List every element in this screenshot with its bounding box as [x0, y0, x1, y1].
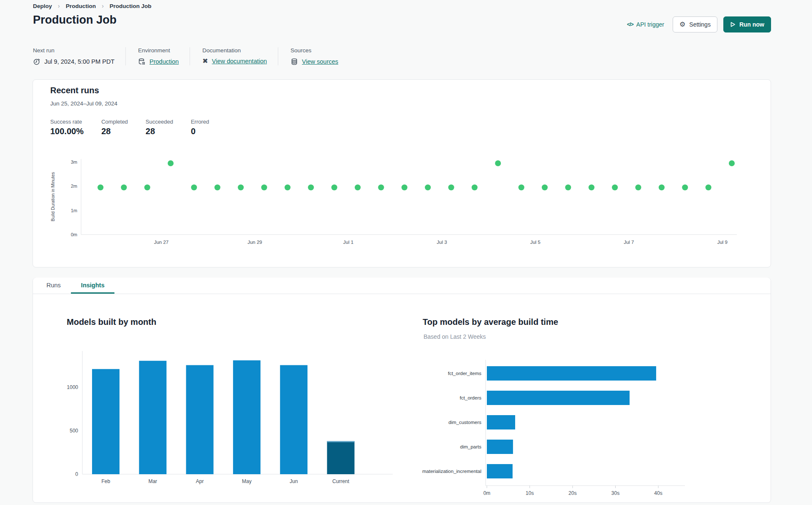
chevron-right-icon: ›	[102, 3, 104, 9]
svg-text:0m: 0m	[71, 232, 77, 237]
svg-text:materialization_incremental: materialization_incremental	[422, 469, 481, 474]
svg-text:Jun 29: Jun 29	[247, 240, 262, 245]
header-actions: </> API trigger ⚙ Settings Run now	[627, 16, 771, 33]
models-by-month-title: Models built by month	[67, 317, 156, 327]
environment-column: Environment Production	[138, 47, 190, 65]
next-run-label: Next run	[33, 47, 114, 54]
svg-text:500: 500	[70, 428, 78, 434]
job-info-row: Next run Jul 9, 2024, 5:00 PM PDT Enviro…	[33, 47, 361, 65]
svg-text:Feb: Feb	[101, 478, 110, 484]
svg-text:Jul 9: Jul 9	[717, 240, 728, 245]
svg-text:Jul 1: Jul 1	[343, 240, 353, 245]
production-job-page: Deploy › Production › Production Job Pro…	[0, 0, 812, 505]
top-models-hbar-chart: fct_order_itemsfct_ordersdim_customersdi…	[397, 354, 709, 500]
run-duration-scatter-chart: Build Duration in Minutes0m1m2m3mJun 27J…	[38, 154, 756, 249]
svg-text:fct_order_items: fct_order_items	[448, 371, 482, 376]
documentation-label: Documentation	[202, 47, 267, 54]
stat-succeeded: Succeeded 28	[146, 119, 173, 136]
breadcrumb-production-job: Production Job	[110, 3, 152, 9]
models-by-month-bar-chart: 05001000FebMarAprMayJunCurrent	[55, 346, 405, 489]
svg-text:fct_orders: fct_orders	[460, 395, 481, 400]
svg-text:Jun: Jun	[290, 478, 298, 484]
stat-completed: Completed 28	[101, 119, 128, 136]
environment-database-icon	[138, 58, 146, 65]
environment-link[interactable]: Production	[149, 58, 179, 65]
sources-database-icon	[291, 58, 298, 65]
svg-text:Current: Current	[332, 478, 350, 484]
svg-text:10s: 10s	[526, 490, 534, 496]
sources-label: Sources	[291, 47, 338, 54]
play-icon	[730, 22, 736, 27]
code-icon: </>	[627, 22, 633, 27]
svg-text:Jul 5: Jul 5	[530, 240, 540, 245]
svg-text:40s: 40s	[654, 490, 662, 496]
breadcrumb-production[interactable]: Production	[66, 3, 96, 9]
stat-success-rate: Success rate 100.00%	[50, 119, 84, 136]
svg-text:Jun 27: Jun 27	[154, 240, 169, 245]
dbt-logo-icon: ✖	[202, 58, 208, 65]
environment-label: Environment	[138, 47, 179, 54]
svg-text:Build Duration in Minutes: Build Duration in Minutes	[50, 172, 55, 221]
top-models-subtitle: Based on Last 2 Weeks	[424, 333, 486, 340]
svg-text:Jul 3: Jul 3	[437, 240, 447, 245]
next-run-column: Next run Jul 9, 2024, 5:00 PM PDT	[33, 47, 126, 65]
page-title: Production Job	[33, 14, 117, 27]
svg-text:May: May	[242, 478, 252, 484]
alarm-clock-icon	[33, 58, 41, 65]
svg-text:3m: 3m	[71, 159, 77, 165]
api-trigger-label: API trigger	[636, 21, 664, 28]
next-run-value: Jul 9, 2024, 5:00 PM PDT	[44, 58, 114, 65]
view-documentation-link[interactable]: View documentation	[212, 58, 267, 65]
svg-text:0: 0	[75, 471, 78, 477]
api-trigger-link[interactable]: </> API trigger	[627, 21, 664, 28]
svg-text:20s: 20s	[568, 490, 576, 496]
breadcrumb-deploy[interactable]: Deploy	[33, 3, 52, 9]
sources-column: Sources View sources	[291, 47, 349, 65]
svg-text:dim_customers: dim_customers	[448, 420, 481, 425]
recent-runs-stats: Success rate 100.00% Completed 28 Succee…	[50, 119, 209, 136]
documentation-column: Documentation ✖ View documentation	[202, 47, 278, 65]
settings-label: Settings	[689, 21, 711, 28]
tab-runs[interactable]: Runs	[36, 278, 71, 294]
chevron-right-icon: ›	[58, 3, 60, 9]
svg-text:Apr: Apr	[196, 478, 204, 484]
run-now-label: Run now	[739, 21, 764, 28]
tab-bar: Runs Insights	[33, 278, 771, 294]
svg-text:1m: 1m	[71, 208, 77, 213]
stat-errored: Errored 0	[191, 119, 209, 136]
svg-text:Mar: Mar	[148, 478, 157, 484]
top-models-title: Top models by average build time	[423, 317, 558, 327]
recent-runs-date-range: Jun 25, 2024–Jul 09, 2024	[50, 100, 117, 107]
svg-text:1000: 1000	[67, 384, 78, 390]
svg-text:30s: 30s	[611, 490, 619, 496]
gear-icon: ⚙	[679, 21, 685, 28]
recent-runs-title: Recent runs	[50, 86, 99, 95]
run-now-button[interactable]: Run now	[723, 16, 771, 32]
svg-text:dim_parts: dim_parts	[460, 444, 482, 449]
svg-text:2m: 2m	[71, 184, 77, 189]
settings-button[interactable]: ⚙ Settings	[673, 16, 717, 32]
svg-text:0m: 0m	[483, 490, 491, 496]
tab-insights[interactable]: Insights	[71, 278, 115, 294]
svg-text:Jul 7: Jul 7	[624, 240, 634, 245]
view-sources-link[interactable]: View sources	[302, 58, 338, 65]
breadcrumb: Deploy › Production › Production Job	[33, 3, 152, 9]
